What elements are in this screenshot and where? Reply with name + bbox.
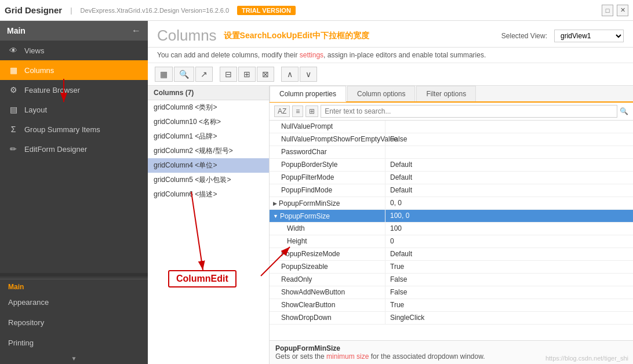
sidebar-item-layout[interactable]: ▤ Layout <box>0 100 148 119</box>
sidebar-section-printing[interactable]: Printing <box>0 333 148 353</box>
toolbar: ▦ 🔍 ↗ ⊟ ⊞ ⊠ ∧ ∨ <box>148 63 633 86</box>
prop-row-showaddnewbutton[interactable]: ShowAddNewButton False <box>270 286 633 299</box>
prop-val-popupfindmode[interactable]: Default <box>385 184 633 196</box>
sidebar-item-feature-browser[interactable]: ⚙ Feature Browser <box>0 80 148 100</box>
sidebar-label-group-summary: Group Summary Items <box>24 125 100 134</box>
list-item-col8[interactable]: gridColumn8 <类别> <box>148 100 269 115</box>
prop-val-popupformsize[interactable]: 100, 0 <box>385 210 633 222</box>
desc-bar: PopupFormMinSize Gets or sets the minimu… <box>270 340 633 364</box>
list-item-col2[interactable]: gridColumn2 <规格/型号> <box>148 144 269 158</box>
title-bar: Grid Designer | DevExpress.XtraGrid.v16.… <box>0 0 633 21</box>
columns-list-header: Columns (7) <box>148 86 269 100</box>
prop-row-nullvaluepromptempty[interactable]: NullValuePromptShowForEmptyValue False <box>270 133 633 146</box>
toolbar-btn-grid[interactable]: ▦ <box>155 67 173 82</box>
search-input[interactable] <box>321 105 617 118</box>
sidebar-item-editform[interactable]: ✏ EditForm Designer <box>0 139 148 159</box>
prop-val-nullvalueprompt[interactable] <box>385 121 633 133</box>
sidebar-item-columns[interactable]: ▦ Columns <box>0 60 148 80</box>
close-button[interactable]: ✕ <box>617 5 628 16</box>
prop-name-popupsizeable: PopupSizeable <box>270 261 385 273</box>
sidebar-back-icon[interactable]: ← <box>132 26 141 36</box>
prop-name-readonly: ReadOnly <box>270 274 385 286</box>
prop-val-popupfiltermode[interactable]: Default <box>385 172 633 184</box>
sidebar-label-layout: Layout <box>24 105 47 114</box>
tab-column-options[interactable]: Column options <box>347 86 415 101</box>
prop-row-popupformminsize[interactable]: ▶ PopupFormMinSize 0, 0 <box>270 197 633 210</box>
prop-val-showdropdown[interactable]: SingleClick <box>385 312 633 324</box>
prop-val-nullvaluepromptempty[interactable]: False <box>385 133 633 145</box>
prop-val-width[interactable]: 100 <box>385 223 633 235</box>
sort-az-button[interactable]: AZ <box>274 105 290 117</box>
minimize-button[interactable]: □ <box>602 5 613 16</box>
prop-row-passwordchar[interactable]: PasswordChar <box>270 146 633 159</box>
desc-link-minimum: minimum size <box>326 352 369 361</box>
sidebar-item-group-summary[interactable]: Σ Group Summary Items <box>0 119 148 139</box>
sidebar-label-columns: Columns <box>24 66 54 75</box>
sidebar-title: Main <box>7 26 26 35</box>
prop-val-popupformminsize[interactable]: 0, 0 <box>385 197 633 209</box>
toolbar-btn-remove[interactable]: ⊟ <box>220 67 237 82</box>
list-item-col1[interactable]: gridColumn1 <品牌> <box>148 129 269 144</box>
toolbar-btn-clear[interactable]: ⊠ <box>257 67 274 82</box>
prop-row-popupfiltermode[interactable]: PopupFilterMode Default <box>270 172 633 184</box>
columns-area: Columns (7) gridColumn8 <类别> gridColumn1… <box>148 86 633 364</box>
prop-val-passwordchar[interactable] <box>385 146 633 158</box>
toolbar-btn-search[interactable]: 🔍 <box>174 67 194 82</box>
app-version: DevExpress.XtraGrid.v16.2.Design Version… <box>81 7 230 14</box>
tab-filter-options[interactable]: Filter options <box>416 86 476 101</box>
prop-name-width: Width <box>270 223 385 235</box>
list-item-col4[interactable]: gridColumn4 <单位> <box>148 158 269 173</box>
sidebar-section-appearance[interactable]: Appearance <box>0 292 148 312</box>
toolbar-btn-goto[interactable]: ↗ <box>195 67 213 82</box>
expand-arrow-minsize[interactable]: ▶ <box>273 201 277 206</box>
prop-val-readonly[interactable]: False <box>385 274 633 286</box>
tab-column-properties[interactable]: Column properties <box>270 86 346 102</box>
prop-row-popupborderstyle[interactable]: PopupBorderStyle Default <box>270 159 633 172</box>
page-subtitle: 设置SearchLookUpEdit中下拉框的宽度 <box>224 31 369 41</box>
prop-val-popupresizemode[interactable]: Default <box>385 248 633 260</box>
prop-row-popupformsize[interactable]: ▼ PopupFormSize 100, 0 <box>270 210 633 223</box>
prop-name-popupfindmode: PopupFindMode <box>270 184 385 196</box>
prop-val-showclearbutton[interactable]: True <box>385 299 633 311</box>
props-search-bar: AZ ≡ ⊞ 🔍 <box>270 103 633 121</box>
prop-name-popupformminsize: ▶ PopupFormMinSize <box>270 197 385 209</box>
prop-name-nullvalueprompt: NullValuePrompt <box>270 121 385 133</box>
search-icon: 🔍 <box>620 107 628 115</box>
desc-link-settings[interactable]: settings <box>300 51 323 59</box>
category-button[interactable]: ⊞ <box>305 105 318 117</box>
sort-button[interactable]: ≡ <box>292 105 303 117</box>
toolbar-btn-down[interactable]: ∨ <box>300 67 317 82</box>
prop-val-height[interactable]: 0 <box>385 235 633 247</box>
views-icon: 👁 <box>8 46 19 55</box>
prop-row-popupfindmode[interactable]: PopupFindMode Default <box>270 184 633 197</box>
prop-row-showdropdown[interactable]: ShowDropDown SingleClick <box>270 312 633 325</box>
columns-list-items: gridColumn8 <类别> gridColumn10 <名称> gridC… <box>148 100 269 364</box>
prop-row-height[interactable]: Height 0 <box>270 235 633 248</box>
prop-row-showclearbutton[interactable]: ShowClearButton True <box>270 299 633 312</box>
prop-val-popupborderstyle[interactable]: Default <box>385 159 633 171</box>
sidebar-expand-row[interactable]: ▼ <box>0 353 148 364</box>
selected-view-select[interactable]: gridView1 <box>554 30 624 42</box>
prop-val-showaddnewbutton[interactable]: False <box>385 286 633 299</box>
prop-name-height: Height <box>270 235 385 247</box>
app-name: Grid Designer <box>5 5 62 15</box>
props-panel: Column properties Column options Filter … <box>270 86 633 364</box>
trial-badge: TRIAL VERSION <box>237 6 296 15</box>
editform-icon: ✏ <box>8 144 19 154</box>
prop-val-popupsizeable[interactable]: True <box>385 261 633 273</box>
toolbar-btn-up[interactable]: ∧ <box>281 67 299 82</box>
prop-row-popupresizemode[interactable]: PopupResizeMode Default <box>270 248 633 261</box>
prop-row-readonly[interactable]: ReadOnly False <box>270 274 633 286</box>
toolbar-btn-add[interactable]: ⊞ <box>238 67 256 82</box>
prop-row-width[interactable]: Width 100 <box>270 223 633 235</box>
prop-row-nullvalueprompt[interactable]: NullValuePrompt <box>270 121 633 133</box>
expand-arrow-size[interactable]: ▼ <box>273 213 278 219</box>
sidebar-section-repository[interactable]: Repository <box>0 312 148 333</box>
sidebar-item-views[interactable]: 👁 Views <box>0 41 148 60</box>
list-item-col10[interactable]: gridColumn10 <名称> <box>148 115 269 129</box>
prop-name-showclearbutton: ShowClearButton <box>270 299 385 311</box>
main-content: Columns 设置SearchLookUpEdit中下拉框的宽度 Select… <box>148 21 633 364</box>
prop-row-popupsizeable[interactable]: PopupSizeable True <box>270 261 633 274</box>
list-item-col6[interactable]: gridColumn6 <描述> <box>148 187 269 202</box>
list-item-col5[interactable]: gridColumn5 <最小包装> <box>148 173 269 187</box>
